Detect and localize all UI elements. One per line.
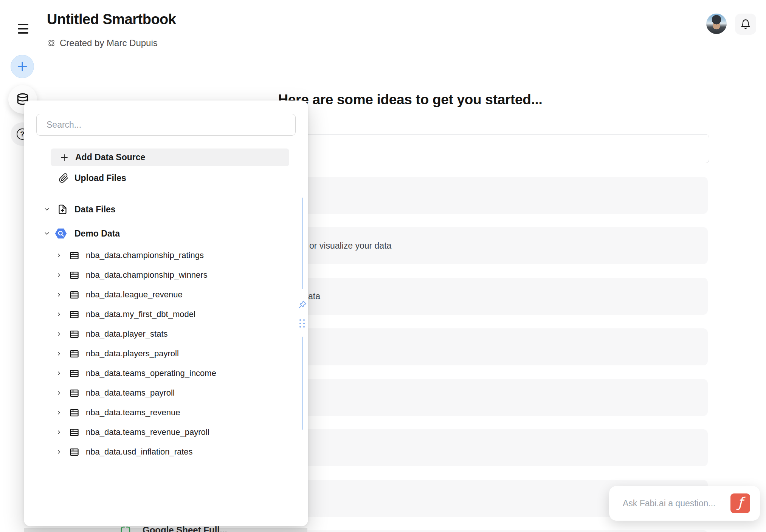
table-icon — [69, 447, 79, 457]
table-row[interactable]: nba_data.teams_payroll — [24, 383, 308, 403]
idea-card[interactable] — [246, 328, 708, 365]
chevron-right-icon[interactable] — [56, 410, 62, 416]
table-name: nba_data.player_stats — [86, 329, 168, 339]
table-name: nba_data.players_payroll — [86, 349, 179, 359]
add-cell-button[interactable] — [11, 55, 34, 78]
created-by: Created by Marc Dupuis — [47, 38, 158, 48]
table-icon — [69, 329, 79, 339]
file-upload-icon — [57, 204, 68, 215]
fabi-logo-icon: ƒ — [738, 496, 743, 509]
table-icon — [69, 251, 79, 261]
table-name: nba_data.usd_inflation_rates — [86, 447, 193, 457]
chevron-right-icon[interactable] — [56, 292, 62, 298]
group-data-files[interactable]: Data Files — [24, 201, 308, 218]
chevron-down-icon[interactable] — [43, 230, 50, 237]
table-name: nba_data.teams_payroll — [86, 388, 175, 398]
pin-panel-button[interactable] — [296, 298, 309, 311]
table-row[interactable]: nba_data.usd_inflation_rates — [24, 442, 308, 462]
ask-fabi-bar[interactable]: Ask Fabi.ai a question... ƒ — [609, 486, 760, 521]
idea-card[interactable]: ata — [246, 278, 708, 315]
table-row[interactable]: nba_data.player_stats — [24, 324, 308, 344]
chevron-down-icon[interactable] — [43, 206, 50, 213]
page-title[interactable]: Untitled Smartbook — [47, 11, 176, 28]
table-row[interactable]: nba_data.my_first_dbt_model — [24, 305, 308, 324]
drag-handle[interactable] — [298, 318, 306, 329]
panel-resize-divider[interactable] — [302, 198, 303, 289]
group-label: Demo Data — [74, 229, 120, 239]
idea-card[interactable] — [246, 530, 708, 532]
atom-icon — [47, 39, 56, 48]
table-name: nba_data.championship_ratings — [86, 251, 204, 260]
plus-icon — [60, 153, 69, 162]
chevron-right-icon[interactable] — [56, 370, 62, 376]
table-icon — [69, 388, 79, 398]
data-source-panel: Add Data Source Upload Files — [24, 101, 308, 526]
table-name: nba_data.teams_operating_income — [86, 368, 216, 378]
idea-card[interactable] — [246, 379, 708, 416]
table-row[interactable]: nba_data.players_payroll — [24, 344, 308, 363]
chevron-right-icon[interactable] — [56, 429, 62, 435]
group-label: Data Files — [74, 204, 116, 215]
bell-icon — [740, 19, 751, 29]
idea-card[interactable] — [246, 177, 708, 214]
chevron-right-icon[interactable] — [56, 311, 62, 317]
panel-resize-divider[interactable] — [302, 337, 303, 430]
table-row[interactable]: nba_data.teams_operating_income — [24, 363, 308, 383]
bigquery-icon — [54, 227, 68, 240]
add-data-source-button[interactable]: Add Data Source — [51, 148, 289, 166]
idea-card-label: or visualize your data — [309, 241, 391, 251]
paperclip-icon — [59, 173, 69, 183]
table-name: nba_data.league_revenue — [86, 290, 183, 300]
table-icon — [69, 368, 79, 379]
created-by-label: Created by Marc Dupuis — [60, 38, 158, 48]
table-row[interactable]: nba_data.league_revenue — [24, 285, 308, 305]
app-window: Here are some ideas to get you started..… — [0, 0, 766, 532]
table-icon — [69, 309, 79, 320]
table-row[interactable]: nba_data.teams_revenue_payroll — [24, 422, 308, 442]
table-name: nba_data.teams_revenue_payroll — [86, 427, 209, 437]
group-demo-data[interactable]: Demo Data — [24, 225, 308, 242]
fabi-submit-button[interactable]: ƒ — [730, 493, 750, 513]
table-icon — [69, 408, 79, 418]
chevron-right-icon[interactable] — [56, 390, 62, 396]
table-list: nba_data.championship_ratings nba_data.c… — [24, 246, 308, 462]
table-row[interactable]: nba_data.teams_revenue — [24, 403, 308, 422]
plus-icon — [16, 60, 28, 73]
table-icon — [69, 349, 79, 359]
idea-input-card[interactable] — [246, 134, 709, 163]
chevron-right-icon[interactable] — [56, 449, 62, 455]
notifications-button[interactable] — [735, 14, 756, 35]
chevron-right-icon[interactable] — [56, 252, 62, 258]
pin-icon — [297, 299, 308, 310]
idea-card-label: ata — [308, 291, 320, 302]
upload-files-label: Upload Files — [74, 173, 126, 183]
idea-card[interactable]: or visualize your data — [246, 227, 708, 264]
table-name: nba_data.my_first_dbt_model — [86, 309, 195, 319]
search-input[interactable] — [36, 114, 296, 136]
menu-icon[interactable] — [18, 24, 28, 34]
google-sheet-icon — [119, 526, 132, 532]
table-icon — [69, 270, 79, 280]
ask-fabi-placeholder: Ask Fabi.ai a question... — [623, 498, 730, 509]
chevron-right-icon[interactable] — [56, 331, 62, 337]
table-name: nba_data.teams_revenue — [86, 408, 180, 418]
table-icon — [69, 290, 79, 300]
upload-files-button[interactable]: Upload Files — [24, 169, 308, 187]
add-data-source-label: Add Data Source — [75, 152, 145, 162]
table-row[interactable]: nba_data.championship_winners — [24, 265, 308, 285]
chevron-right-icon[interactable] — [56, 272, 62, 278]
table-row[interactable]: nba_data.championship_ratings — [24, 246, 308, 265]
idea-card[interactable] — [246, 429, 708, 466]
avatar[interactable] — [706, 14, 727, 34]
chevron-right-icon[interactable] — [56, 351, 62, 357]
table-name: nba_data.championship_winners — [86, 270, 208, 280]
table-icon — [69, 427, 79, 438]
